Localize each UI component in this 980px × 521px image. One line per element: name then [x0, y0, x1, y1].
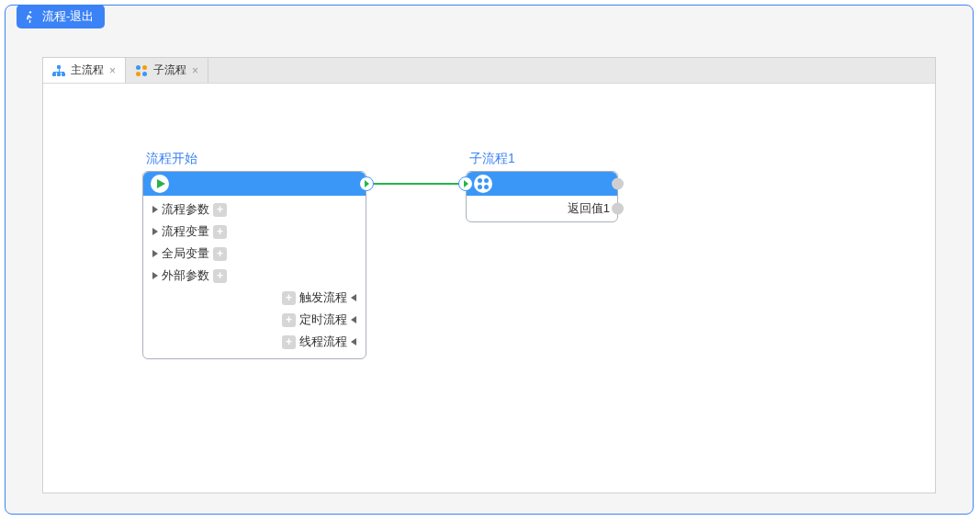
add-icon[interactable]: + — [213, 247, 227, 261]
org-chart-icon — [52, 64, 65, 77]
close-icon[interactable]: × — [192, 64, 198, 77]
close-icon[interactable]: × — [109, 64, 116, 77]
add-icon[interactable]: + — [282, 335, 296, 349]
node-body: 流程参数 + 流程变量 + 全局变量 + — [143, 196, 366, 358]
subflow-node-icon — [474, 175, 492, 193]
subflow-icon — [135, 64, 148, 77]
add-icon[interactable]: + — [213, 269, 227, 283]
panel-title-text: 流程-退出 — [42, 8, 94, 25]
node-box: 流程参数 + 流程变量 + 全局变量 + — [142, 171, 366, 359]
param-label: 流程变量 — [162, 223, 209, 240]
return-port[interactable] — [612, 203, 624, 215]
flow-editor-panel: 主流程 × 子流程 × 流程开始 — [42, 57, 936, 493]
tabs-bar: 主流程 × 子流程 × — [43, 58, 935, 84]
output-port[interactable] — [359, 176, 374, 191]
add-icon[interactable]: + — [213, 225, 227, 239]
tab-main-flow[interactable]: 主流程 × — [43, 58, 126, 83]
param-row-external-params[interactable]: 外部参数 + — [149, 265, 360, 287]
collapse-icon — [351, 294, 356, 301]
add-icon[interactable]: + — [282, 313, 296, 327]
param-label: 线程流程 — [299, 334, 347, 350]
svg-point-0 — [29, 11, 31, 13]
expand-icon — [152, 250, 158, 257]
param-row-flow-vars[interactable]: 流程变量 + — [149, 221, 360, 243]
node-header[interactable] — [467, 172, 617, 196]
node-title: 子流程1 — [466, 151, 618, 167]
panel-title-tab: 流程-退出 — [17, 5, 105, 28]
tab-label: 子流程 — [153, 62, 186, 78]
expand-icon — [152, 228, 158, 235]
play-icon — [151, 175, 169, 193]
add-icon[interactable]: + — [213, 203, 227, 217]
collapse-icon — [351, 316, 356, 323]
param-label: 流程参数 — [162, 201, 209, 218]
expand-icon — [152, 206, 158, 213]
param-row-trigger-flow[interactable]: + 触发流程 — [149, 287, 360, 309]
param-label: 全局变量 — [162, 245, 209, 262]
node-subflow-1[interactable]: 子流程1 返回值1 — [466, 151, 618, 222]
input-port[interactable] — [458, 176, 473, 191]
flow-exit-panel: 流程-退出 主流程 × 子流程 × 流程开始 — [5, 5, 974, 515]
param-row-timer-flow[interactable]: + 定时流程 — [149, 309, 360, 331]
node-header[interactable] — [143, 172, 366, 196]
param-label: 触发流程 — [299, 289, 347, 306]
param-row-thread-flow[interactable]: + 线程流程 — [149, 331, 360, 353]
add-icon[interactable]: + — [282, 291, 296, 305]
param-row-global-vars[interactable]: 全局变量 + — [149, 243, 360, 265]
param-label: 外部参数 — [162, 267, 209, 284]
output-port[interactable] — [612, 178, 624, 190]
param-row-flow-params[interactable]: 流程参数 + — [149, 198, 360, 221]
flow-canvas[interactable]: 流程开始 流程参数 + 流程变量 — [43, 84, 935, 493]
walk-icon — [24, 10, 37, 23]
node-title: 流程开始 — [142, 151, 366, 167]
node-flow-start[interactable]: 流程开始 流程参数 + 流程变量 — [142, 151, 366, 359]
return-label: 返回值1 — [568, 200, 610, 217]
connection-line[interactable] — [372, 183, 464, 185]
return-value-row[interactable]: 返回值1 — [467, 196, 617, 221]
node-box: 返回值1 — [466, 171, 618, 222]
expand-icon — [152, 272, 158, 279]
param-label: 定时流程 — [299, 311, 347, 328]
tab-sub-flow[interactable]: 子流程 × — [126, 58, 208, 83]
collapse-icon — [351, 338, 356, 345]
tab-label: 主流程 — [71, 62, 104, 78]
